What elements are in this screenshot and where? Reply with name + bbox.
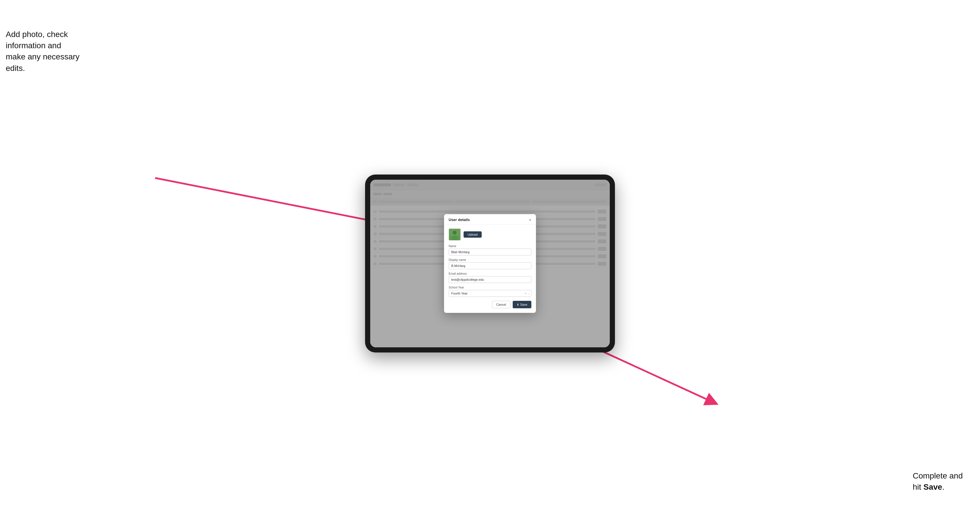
svg-point-3 (453, 231, 457, 235)
school-year-wrapper: Fourth Year First Year Second Year Third… (449, 290, 531, 297)
modal-body: Upload Name Display name (444, 224, 536, 313)
modal-close-button[interactable]: × (529, 218, 531, 222)
save-label: Save (520, 303, 527, 306)
save-button[interactable]: ⬆ Save (513, 301, 531, 308)
tablet-device: User details × (365, 175, 615, 352)
modal-footer: Cancel ⬆ Save (449, 301, 531, 308)
display-name-label: Display name (449, 258, 531, 262)
svg-rect-5 (449, 236, 460, 240)
email-input[interactable] (449, 276, 531, 283)
name-label: Name (449, 244, 531, 248)
annotation-bottom-right: Complete and hit Save. (913, 470, 963, 492)
name-input[interactable] (449, 249, 531, 256)
modal-overlay: User details × (370, 180, 610, 347)
email-label: Email address (449, 272, 531, 275)
annotation-top-left: Add photo, check information and make an… (6, 29, 80, 74)
name-field-group: Name (449, 244, 531, 256)
photo-section: Upload (449, 229, 531, 241)
save-icon: ⬆ (517, 303, 519, 306)
display-name-input[interactable] (449, 262, 531, 269)
school-year-select[interactable]: Fourth Year First Year Second Year Third… (449, 290, 531, 297)
cancel-button[interactable]: Cancel (492, 301, 511, 308)
user-photo-thumbnail (449, 229, 461, 241)
user-details-modal: User details × (444, 214, 536, 313)
scene: Add photo, check information and make an… (0, 0, 980, 527)
tablet-screen: User details × (370, 180, 610, 347)
email-field-group: Email address (449, 272, 531, 283)
app-background: User details × (370, 180, 610, 347)
photo-svg (449, 229, 460, 241)
modal-header: User details × (444, 214, 536, 224)
upload-photo-button[interactable]: Upload (464, 231, 482, 238)
display-name-field-group: Display name (449, 258, 531, 269)
school-year-field-group: School Year Fourth Year First Year Secon… (449, 286, 531, 297)
modal-title: User details (449, 217, 470, 222)
school-year-label: School Year (449, 286, 531, 289)
